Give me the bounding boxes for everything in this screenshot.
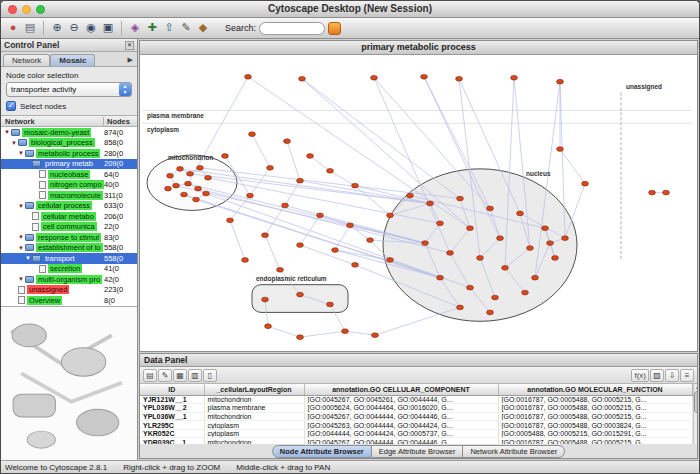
print-icon[interactable]: ▤ bbox=[22, 20, 38, 36]
table-cell[interactable]: YKR052C bbox=[140, 429, 204, 438]
table-cell[interactable]: YPL036W__1 bbox=[140, 412, 204, 421]
network-edge[interactable] bbox=[302, 79, 470, 228]
network-node[interactable] bbox=[327, 302, 334, 307]
table-cell[interactable]: [GO:0016787, GO:0005488, GO:0005215, G..… bbox=[498, 395, 692, 404]
network-node[interactable] bbox=[497, 236, 504, 241]
zoom-selected-icon[interactable]: ◉ bbox=[83, 20, 99, 36]
network-node[interactable] bbox=[557, 147, 564, 152]
network-canvas[interactable]: plasma membranecytoplasmmitochondrionnuc… bbox=[140, 55, 697, 351]
close-panel-icon[interactable]: ✕ bbox=[125, 41, 134, 50]
column-header[interactable]: annotation.GO CELLULAR_COMPONENT bbox=[304, 384, 498, 395]
table-cell[interactable]: [GO:0044444, GO:0044424, GO:0005737, G..… bbox=[304, 429, 498, 438]
network-node[interactable] bbox=[487, 206, 494, 211]
network-node[interactable] bbox=[297, 178, 304, 183]
apply-function-icon[interactable]: ▨ bbox=[650, 369, 664, 382]
network-node[interactable] bbox=[297, 335, 304, 340]
tree-row[interactable]: ▼transport558(0 bbox=[1, 253, 137, 264]
birdseye-view[interactable] bbox=[1, 306, 137, 461]
tree-row[interactable]: secretion41(0 bbox=[1, 264, 137, 275]
network-node[interactable] bbox=[487, 310, 494, 315]
table-cell[interactable]: cytoplasm bbox=[204, 429, 304, 438]
tab-overflow-arrow-icon[interactable]: ▶ bbox=[128, 56, 135, 66]
table-cell[interactable]: [GO:0045267, GO:0045261, GO:0044444, G..… bbox=[304, 395, 498, 404]
network-node[interactable] bbox=[557, 79, 564, 84]
network-node[interactable] bbox=[532, 275, 539, 280]
network-edge[interactable] bbox=[310, 156, 330, 171]
network-node[interactable] bbox=[299, 76, 306, 81]
expander-icon[interactable]: ▼ bbox=[17, 276, 25, 282]
zoom-window-button[interactable] bbox=[36, 5, 45, 14]
network-node[interactable] bbox=[527, 246, 534, 251]
network-edge[interactable] bbox=[302, 79, 460, 199]
network-node[interactable] bbox=[222, 154, 229, 159]
network-node[interactable] bbox=[173, 183, 180, 188]
network-node[interactable] bbox=[185, 181, 192, 186]
network-node[interactable] bbox=[193, 197, 200, 202]
network-node[interactable] bbox=[284, 139, 291, 144]
tree-row[interactable]: Overview8(0 bbox=[1, 295, 137, 306]
tree-row[interactable]: nucleobase64(0 bbox=[1, 169, 137, 180]
table-cell[interactable]: YJR121W__1 bbox=[140, 395, 204, 404]
column-header[interactable]: annotation.GO MOLECULAR_FUNCTION bbox=[498, 384, 692, 395]
network-node[interactable] bbox=[492, 295, 499, 300]
table-cell[interactable]: plasma membrane bbox=[204, 404, 304, 413]
network-edge[interactable] bbox=[230, 220, 245, 260]
network-edge[interactable] bbox=[268, 326, 300, 337]
tree-row[interactable]: ▼biological_process858(0 bbox=[1, 138, 137, 149]
network-node[interactable] bbox=[277, 267, 284, 272]
network-node[interactable] bbox=[427, 201, 434, 206]
network-node[interactable] bbox=[332, 248, 339, 253]
expander-icon[interactable]: ▼ bbox=[10, 140, 18, 146]
node-color-select[interactable]: transporter activity ▲▼ bbox=[6, 82, 132, 97]
network-node[interactable] bbox=[467, 226, 474, 231]
scrollbar-thumb[interactable] bbox=[694, 391, 697, 413]
network-node[interactable] bbox=[447, 251, 454, 256]
expander-icon[interactable]: ▼ bbox=[17, 245, 25, 251]
network-node[interactable] bbox=[282, 203, 289, 208]
table-scrollbar[interactable]: ▲ bbox=[693, 384, 698, 444]
network-node[interactable] bbox=[582, 181, 589, 186]
tree-row[interactable]: primary metab209(0 bbox=[1, 159, 137, 170]
network-edge[interactable] bbox=[300, 215, 320, 245]
network-node[interactable] bbox=[167, 173, 174, 178]
table-cell[interactable]: [GO:0045263, GO:0044444, GO:0044424, G..… bbox=[304, 421, 498, 430]
tree-row[interactable]: cell communica22(0 bbox=[1, 222, 137, 233]
table-cell[interactable]: YLR295C bbox=[140, 421, 204, 430]
network-node[interactable] bbox=[517, 211, 524, 216]
tree-row[interactable]: ▼establishment of lo558(0 bbox=[1, 243, 137, 254]
network-node[interactable] bbox=[347, 223, 354, 228]
network-node[interactable] bbox=[262, 233, 269, 238]
destroy-network-icon[interactable]: ◈ bbox=[127, 20, 143, 36]
network-node[interactable] bbox=[203, 191, 210, 196]
network-node[interactable] bbox=[552, 256, 559, 261]
network-node[interactable] bbox=[307, 154, 314, 159]
network-node[interactable] bbox=[297, 292, 304, 297]
close-window-button[interactable] bbox=[8, 5, 17, 14]
minimize-window-button[interactable] bbox=[22, 5, 31, 14]
network-node[interactable] bbox=[387, 213, 394, 218]
network-node[interactable] bbox=[663, 190, 670, 195]
column-header[interactable]: ID bbox=[140, 384, 204, 395]
annotation-icon[interactable]: ✎ bbox=[178, 20, 194, 36]
network-edge[interactable] bbox=[248, 77, 470, 228]
network-node[interactable] bbox=[477, 256, 484, 261]
create-network-icon[interactable]: ✚ bbox=[144, 20, 160, 36]
network-node[interactable] bbox=[502, 265, 509, 270]
table-cell[interactable]: [GO:0016787, GO:0005488, GO:0003824, G..… bbox=[498, 421, 692, 430]
network-node[interactable] bbox=[457, 305, 464, 310]
tree-row[interactable]: unassigned223(0 bbox=[1, 285, 137, 296]
expander-icon[interactable]: ▼ bbox=[17, 150, 25, 156]
table-cell[interactable]: [GO:0016787, GO:0005488, GO:0005215, G..… bbox=[498, 404, 692, 413]
table-cell[interactable]: YPL036W__2 bbox=[140, 404, 204, 413]
network-node[interactable] bbox=[267, 165, 274, 170]
table-row[interactable]: YPL036W__2plasma membrane[GO:0005624, GO… bbox=[140, 404, 692, 413]
network-node[interactable] bbox=[181, 192, 188, 197]
select-attributes-icon[interactable]: ▤ bbox=[143, 369, 157, 382]
network-node[interactable] bbox=[327, 168, 334, 173]
network-node[interactable] bbox=[422, 241, 429, 246]
network-node[interactable] bbox=[511, 75, 518, 80]
tree-row[interactable]: ▼cellular process633(0 bbox=[1, 201, 137, 212]
clear-table-icon[interactable]: ▯ bbox=[203, 369, 217, 382]
import-network-icon[interactable]: ⇧ bbox=[161, 20, 177, 36]
scroll-up-icon[interactable]: ▲ bbox=[695, 384, 697, 390]
